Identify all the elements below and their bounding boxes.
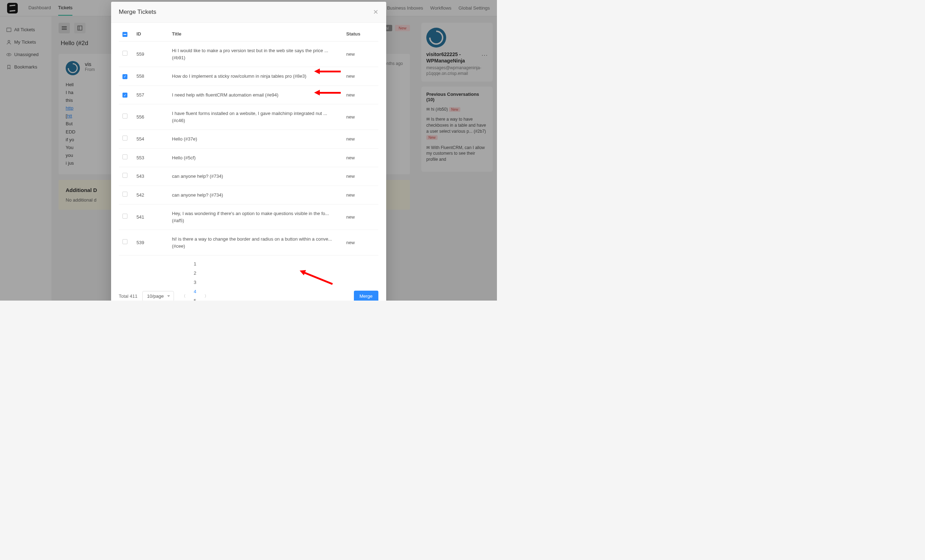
total-count-label: Total 411	[119, 294, 138, 299]
ticket-status-cell: new	[343, 148, 378, 167]
ticket-title-cell: hi! is there a way to change the border …	[169, 230, 343, 256]
ticket-id-cell: 559	[133, 42, 169, 67]
row-checkbox[interactable]	[122, 239, 127, 244]
modal-overlay[interactable]: Merge Tickets ✕ ID Title Status 559 Hi I…	[0, 0, 497, 301]
table-row: 553 Hello (#5cf) new	[119, 148, 378, 167]
row-checkbox[interactable]	[122, 51, 127, 56]
ticket-id-cell: 556	[133, 104, 169, 130]
ticket-id-cell: 554	[133, 130, 169, 149]
ticket-id-cell: 543	[133, 167, 169, 186]
ticket-status-cell: new	[343, 42, 378, 67]
table-row: 558 How do I implement a sticky row/colu…	[119, 67, 378, 86]
ticket-title-cell: I have fluent forms installed on a websi…	[169, 104, 343, 130]
table-row: 543 can anyone help? (#734) new	[119, 167, 378, 186]
row-checkbox[interactable]	[122, 114, 127, 119]
close-icon[interactable]: ✕	[373, 8, 378, 16]
modal-header: Merge Tickets ✕	[111, 2, 386, 23]
ticket-status-cell: new	[343, 130, 378, 149]
row-checkbox[interactable]	[122, 154, 127, 160]
modal-body: ID Title Status 559 Hi I would like to m…	[111, 23, 386, 301]
ticket-status-cell: new	[343, 86, 378, 104]
ticket-status-cell: new	[343, 205, 378, 230]
ticket-id-cell: 542	[133, 185, 169, 205]
row-checkbox[interactable]	[122, 74, 127, 79]
page-number[interactable]: 4	[190, 287, 199, 296]
row-checkbox[interactable]	[122, 173, 127, 178]
table-row: 557 I need help with fluentCRM automatio…	[119, 86, 378, 104]
select-all-checkbox[interactable]	[122, 32, 127, 37]
table-row: 542 can anyone help? (#734) new	[119, 185, 378, 205]
ticket-title-cell: Hello (#5cf)	[169, 148, 343, 167]
ticket-id-cell: 541	[133, 205, 169, 230]
ticket-id-cell: 558	[133, 67, 169, 86]
ticket-status-cell: new	[343, 104, 378, 130]
row-checkbox[interactable]	[122, 135, 127, 140]
ticket-status-cell: new	[343, 230, 378, 256]
tickets-table: ID Title Status 559 Hi I would like to m…	[119, 26, 378, 256]
modal-title: Merge Tickets	[119, 9, 157, 16]
table-row: 554 Hello (#37e) new	[119, 130, 378, 149]
ticket-status-cell: new	[343, 67, 378, 86]
ticket-id-cell: 557	[133, 86, 169, 104]
row-checkbox[interactable]	[122, 214, 127, 218]
ticket-title-cell: Hey, I was wondering if there's an optio…	[169, 205, 343, 230]
ticket-title-cell: Hi I would like to make a pro version te…	[169, 42, 343, 67]
table-row: 539 hi! is there a way to change the bor…	[119, 230, 378, 256]
ticket-title-cell: How do I implement a sticky row/column i…	[169, 67, 343, 86]
ticket-title-cell: Hello (#37e)	[169, 130, 343, 149]
row-checkbox[interactable]	[122, 93, 127, 98]
page-size-select[interactable]: 10/page	[142, 291, 174, 301]
column-header-status[interactable]: Status	[343, 26, 378, 42]
ticket-title-cell: can anyone help? (#734)	[169, 167, 343, 186]
ticket-status-cell: new	[343, 185, 378, 205]
modal-footer: Total 411 10/page 〈 123456...42 〉 Merge	[119, 256, 378, 301]
table-row: 559 Hi I would like to make a pro versio…	[119, 42, 378, 67]
prev-page-button[interactable]: 〈	[179, 291, 188, 301]
page-number[interactable]: 3	[190, 277, 199, 287]
column-header-title[interactable]: Title	[169, 26, 343, 42]
page-number[interactable]: 1	[190, 259, 199, 268]
ticket-title-cell: can anyone help? (#734)	[169, 185, 343, 205]
column-header-id[interactable]: ID	[133, 26, 169, 42]
table-row: 541 Hey, I was wondering if there's an o…	[119, 205, 378, 230]
table-row: 556 I have fluent forms installed on a w…	[119, 104, 378, 130]
merge-tickets-modal: Merge Tickets ✕ ID Title Status 559 Hi I…	[111, 2, 386, 301]
next-page-button[interactable]: 〉	[202, 291, 211, 301]
ticket-title-cell: I need help with fluentCRM automation em…	[169, 86, 343, 104]
page-number[interactable]: 2	[190, 268, 199, 277]
pagination: 〈 123456...42 〉	[179, 259, 211, 301]
row-checkbox[interactable]	[122, 192, 127, 197]
merge-button[interactable]: Merge	[354, 291, 378, 301]
page-number[interactable]: 5	[190, 296, 199, 301]
ticket-status-cell: new	[343, 167, 378, 186]
ticket-id-cell: 553	[133, 148, 169, 167]
ticket-id-cell: 539	[133, 230, 169, 256]
